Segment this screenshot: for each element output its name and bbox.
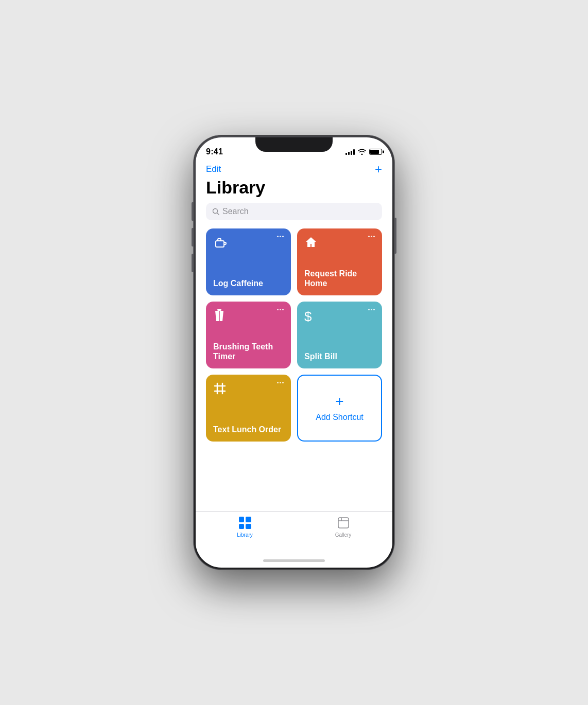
shortcut-log-caffeine[interactable]: Log Caffeine [206,228,291,295]
library-tab-icon [238,516,252,530]
phone-screen: 9:41 [196,137,392,568]
tab-gallery-label: Gallery [335,532,352,538]
home-indicator [196,553,392,568]
search-bar[interactable]: Search [206,203,382,220]
status-bar: 9:41 [196,137,392,160]
notch [255,137,333,152]
status-time: 9:41 [206,147,223,156]
card-icon-caffeine [213,236,228,254]
card-menu-lunch[interactable] [277,382,284,383]
add-button[interactable]: + [375,163,382,175]
card-icon-ride [304,236,318,253]
card-label-ride: Request Ride Home [304,269,375,288]
gallery-icon [337,517,350,529]
app-content: Edit + Library Search [196,160,392,511]
card-menu-ride[interactable] [368,236,375,237]
search-icon [212,208,219,215]
gallery-tab-icon [336,516,351,530]
card-icon-teeth [213,309,226,327]
card-top [213,236,284,254]
edit-button[interactable]: Edit [206,164,221,174]
nav-bar: Edit + [196,160,392,175]
tab-library-label: Library [237,532,253,538]
svg-rect-9 [338,518,349,528]
shortcut-brushing-teeth[interactable]: Brushing Teeth Timer [206,302,291,368]
page-title: Library [196,175,392,203]
shortcuts-grid: Log Caffeine Request Ride [196,228,392,442]
svg-line-1 [217,213,219,215]
wifi-icon [358,149,366,155]
search-container: Search [196,203,392,228]
card-menu-caffeine[interactable] [277,236,284,237]
card-top-ride [304,236,375,253]
shortcut-text-lunch[interactable]: Text Lunch Order [206,375,291,442]
home-bar [263,559,325,562]
card-menu-bill[interactable] [368,309,375,310]
status-icons [345,149,382,155]
add-shortcut-plus: + [335,394,343,409]
add-shortcut-label: Add Shortcut [316,413,364,422]
card-top-teeth [213,309,284,327]
library-grid-icon [239,517,251,529]
shortcut-split-bill[interactable]: $ Split Bill [297,302,382,368]
phone-frame: 9:41 [194,135,394,570]
card-icon-bill: $ [304,309,312,325]
add-shortcut-card[interactable]: + Add Shortcut [297,375,382,442]
card-top-bill: $ [304,309,375,325]
svg-rect-3 [217,309,221,311]
card-label-lunch: Text Lunch Order [213,425,284,434]
tab-gallery[interactable]: Gallery [294,516,392,538]
card-top-lunch [213,382,284,399]
tab-library[interactable]: Library [196,516,294,538]
shortcut-request-ride[interactable]: Request Ride Home [297,228,382,295]
card-label-bill: Split Bill [304,351,375,361]
tab-bar: Library Gallery [196,511,392,553]
svg-rect-2 [216,241,224,247]
search-placeholder: Search [222,207,249,216]
battery-icon [369,149,382,155]
card-menu-teeth[interactable] [277,309,284,310]
card-label-teeth: Brushing Teeth Timer [213,342,284,361]
card-icon-lunch [213,382,227,399]
card-label-caffeine: Log Caffeine [213,278,284,288]
signal-icon [345,149,355,155]
